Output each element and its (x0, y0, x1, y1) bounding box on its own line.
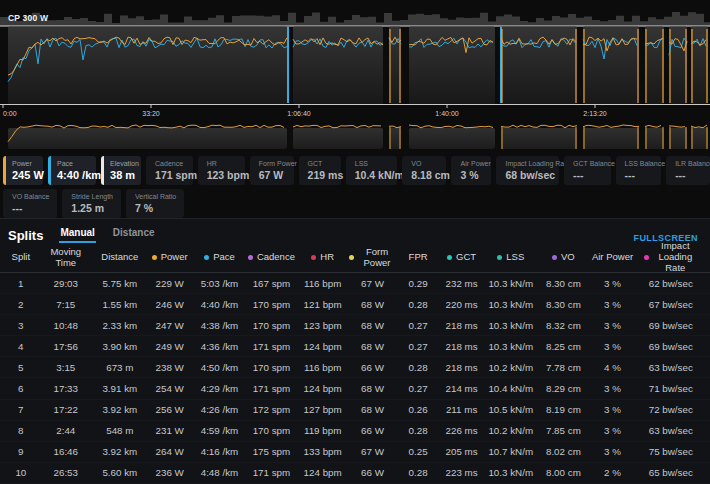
metric-tile-gct-balance[interactable]: GCT Balance--- (564, 156, 611, 185)
split-cell: 0.28 (397, 467, 439, 478)
split-cell: 3 % (589, 278, 635, 289)
column-header-label: Moving Time (44, 247, 88, 269)
split-cell: 17:56 (38, 341, 94, 352)
split-cell: 170 spm (245, 362, 297, 373)
splits-header: Splits Manual Distance FULLSCREEN (0, 219, 710, 243)
tab-manual[interactable]: Manual (59, 227, 95, 243)
split-cell: 133 bpm (297, 446, 348, 457)
split-cell: 218 ms (439, 341, 484, 352)
x-axis-tick-label: 1:40:00 (435, 110, 458, 117)
split-cell: 68 W (348, 320, 397, 331)
split-cell: 3.92 km (94, 446, 146, 457)
series-color-dot (248, 255, 253, 260)
split-cell: 17:33 (38, 383, 94, 394)
metric-tile-hr[interactable]: HR123 bpm (198, 156, 245, 185)
split-cell: 121 bpm (297, 299, 348, 310)
chart-navigator[interactable] (0, 119, 710, 154)
split-cell: 67 W (348, 278, 397, 289)
metric-tile-cadence[interactable]: Cadence171 spm (146, 156, 193, 185)
split-row-8[interactable]: 82:44548 m231 W4:59 /km170 spm119 bpm66 … (0, 421, 710, 442)
column-header-power[interactable]: Power (146, 252, 194, 263)
column-header-air-power[interactable]: Air Power (589, 252, 635, 263)
metric-tile-vo-balance[interactable]: VO Balance--- (3, 189, 57, 218)
metric-tile-stride-length[interactable]: Stride Length1.25 m (62, 189, 121, 218)
split-row-6[interactable]: 617:333.91 km254 W4:29 /km171 spm124 bpm… (0, 378, 710, 399)
metric-row-2: VO Balance---Stride Length1.25 mVertical… (3, 189, 710, 218)
split-cell: 2 (4, 299, 38, 310)
metric-tile-pace[interactable]: Pace4:40 /km (48, 156, 96, 185)
metric-value: 8.18 cm (411, 169, 438, 181)
x-axis-tick-label: 1:06:40 (287, 110, 310, 117)
split-row-2[interactable]: 27:151.55 km246 W4:40 /km170 spm121 bpm6… (0, 294, 710, 315)
activity-chart-canvas[interactable]: 0:0033:201:06:401:40:002:13:20 (0, 0, 710, 119)
split-cell: 67 bw/sec (636, 299, 706, 310)
metric-tile-elevation[interactable]: Elevation38 m (101, 156, 141, 185)
metric-tile-lss[interactable]: LSS10.4 kN/m (346, 156, 398, 185)
metric-tile-form-power[interactable]: Form Power67 W (250, 156, 294, 185)
split-cell: 4:38 /km (194, 320, 246, 331)
split-cell: 229 W (146, 278, 194, 289)
splits-section: Splits Manual Distance FULLSCREEN SplitM… (0, 218, 710, 484)
split-cell: 171 spm (245, 383, 297, 394)
split-cell: 10:48 (38, 320, 94, 331)
cp-threshold-label: CP 300 W (8, 13, 48, 23)
column-header-distance[interactable]: Distance (94, 252, 146, 263)
series-color-dot (349, 255, 354, 260)
split-cell: 16:46 (38, 446, 94, 457)
column-header-label: Pace (213, 252, 235, 263)
column-header-label: Air Power (592, 252, 633, 263)
metric-tile-power[interactable]: Power245 W (3, 156, 43, 185)
column-header-lss[interactable]: LSS (484, 252, 537, 263)
metric-value: 4:40 /km (57, 169, 88, 181)
activity-chart[interactable]: 0:0033:201:06:401:40:002:13:20 CP 300 W (0, 0, 710, 119)
column-header-gct[interactable]: GCT (439, 252, 484, 263)
split-cell: 3 % (589, 299, 635, 310)
split-cell: 4:59 /km (194, 425, 246, 436)
metric-tile-lss-balance[interactable]: LSS Balance--- (616, 156, 662, 185)
split-cell: 68 W (348, 341, 397, 352)
metric-tile-vo[interactable]: VO8.18 cm (402, 156, 446, 185)
metric-tile-gct[interactable]: GCT219 ms (299, 156, 341, 185)
metric-tile-air-power[interactable]: Air Power3 % (451, 156, 491, 185)
split-cell: 68 W (348, 299, 397, 310)
column-header-fpr[interactable]: FPR (397, 252, 439, 263)
split-cell: 4:36 /km (194, 341, 246, 352)
split-cell: 6 (4, 383, 38, 394)
metric-tile-vertical-ratio[interactable]: Vertical Ratio7 % (126, 189, 184, 218)
metric-label: VO Balance (12, 193, 49, 200)
split-row-3[interactable]: 310:482.33 km247 W4:38 /km170 spm123 bpm… (0, 315, 710, 336)
split-cell: 247 W (146, 320, 194, 331)
split-cell: 226 ms (439, 425, 484, 436)
split-cell: 8.25 cm (537, 341, 589, 352)
column-header-label: GCT (456, 252, 476, 263)
column-header-impact-loading-rate[interactable]: Impact Loading Rate (636, 241, 706, 274)
column-header-moving-time[interactable]: Moving Time (38, 247, 94, 269)
metric-tile-ilr-balance[interactable]: ILR Balance--- (666, 156, 710, 185)
split-row-10[interactable]: 1026:535.60 km236 W4:48 /km171 spm124 bp… (0, 463, 710, 484)
tab-distance[interactable]: Distance (112, 227, 156, 243)
split-cell: 3 % (589, 404, 635, 415)
metric-tile-impact-loading-rate[interactable]: Impact Loading Rate68 bw/sec (496, 156, 559, 185)
split-cell: 0.28 (397, 425, 439, 436)
split-cell: 8.02 cm (537, 446, 589, 457)
split-cell: 10.4 kN/m (484, 383, 537, 394)
split-row-1[interactable]: 129:035.75 km229 W5:03 /km167 spm116 bpm… (0, 273, 710, 294)
chart-navigator-canvas[interactable] (0, 119, 710, 154)
column-header-split[interactable]: Split (4, 252, 38, 263)
split-cell: 66 W (348, 425, 397, 436)
split-cell: 67 W (348, 446, 397, 457)
metric-label: Impact Loading Rate (505, 160, 551, 167)
column-header-pace[interactable]: Pace (194, 252, 246, 263)
column-header-vo[interactable]: VO (537, 252, 589, 263)
metric-label: LSS (355, 160, 390, 167)
column-header-form-power[interactable]: Form Power (348, 247, 397, 269)
split-cell: 10 (4, 467, 38, 478)
split-row-4[interactable]: 417:563.90 km249 W4:36 /km171 spm124 bpm… (0, 336, 710, 357)
metric-label: Stride Length (71, 193, 113, 200)
split-row-9[interactable]: 916:463.92 km264 W4:16 /km175 spm133 bpm… (0, 442, 710, 463)
column-header-hr[interactable]: HR (297, 252, 348, 263)
column-header-cadence[interactable]: Cadence (245, 252, 297, 263)
split-row-5[interactable]: 53:15673 m238 W4:50 /km170 spm116 bpm66 … (0, 357, 710, 378)
split-row-7[interactable]: 717:223.92 km256 W4:26 /km172 spm127 bpm… (0, 400, 710, 421)
split-cell: 71 bw/sec (636, 383, 706, 394)
